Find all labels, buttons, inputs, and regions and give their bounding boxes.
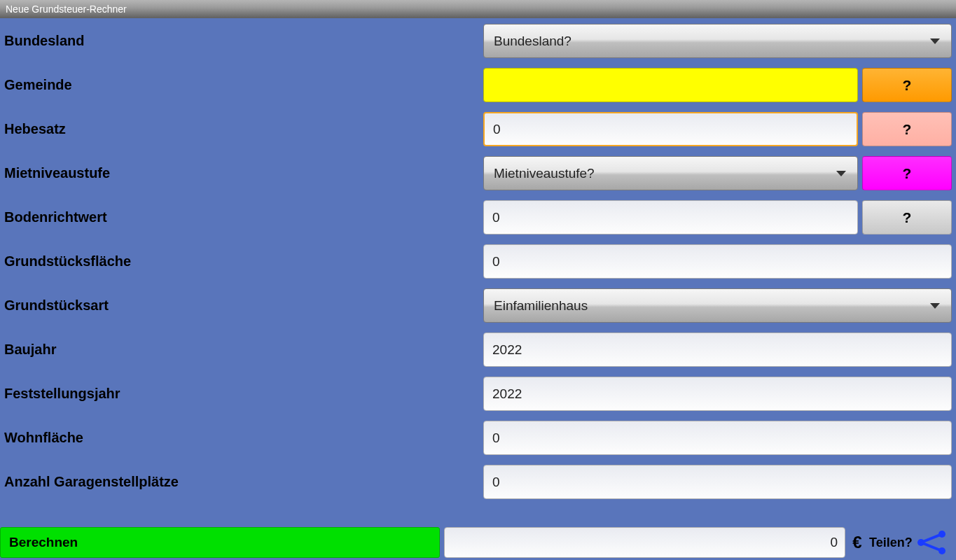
row-boden: Bodenrichtwert 0 ? bbox=[0, 200, 952, 234]
chevron-down-icon bbox=[836, 171, 846, 176]
input-garagen[interactable]: 0 bbox=[483, 465, 952, 499]
row-art: Grundstücksart Einfamilienhaus bbox=[0, 288, 952, 323]
select-art-value: Einfamilienhaus bbox=[494, 298, 588, 314]
input-flaeche[interactable]: 0 bbox=[483, 244, 952, 279]
input-boden-value: 0 bbox=[492, 210, 500, 225]
calculate-button[interactable]: Berechnen bbox=[0, 527, 440, 558]
label-gemeinde: Gemeinde bbox=[0, 77, 483, 93]
titlebar: Neue Grundsteuer-Rechner bbox=[0, 0, 956, 18]
row-wohnflaeche: Wohnfläche 0 bbox=[0, 421, 952, 455]
input-baujahr[interactable]: 2022 bbox=[483, 332, 952, 367]
input-feststellung[interactable]: 2022 bbox=[483, 377, 952, 411]
row-garagen: Anzahl Garagenstellplätze 0 bbox=[0, 465, 952, 499]
input-feststellung-value: 2022 bbox=[492, 386, 522, 402]
help-icon: ? bbox=[903, 209, 912, 226]
input-hebesatz-value: 0 bbox=[493, 122, 501, 137]
chevron-down-icon bbox=[930, 303, 940, 309]
row-feststellung: Feststellungsjahr 2022 bbox=[0, 377, 952, 411]
select-art[interactable]: Einfamilienhaus bbox=[483, 288, 952, 323]
share-icon bbox=[915, 530, 948, 555]
input-gemeinde[interactable] bbox=[483, 68, 858, 102]
label-mietniveau: Mietniveaustufe bbox=[0, 165, 483, 181]
label-baujahr: Baujahr bbox=[0, 342, 483, 358]
input-hebesatz[interactable]: 0 bbox=[483, 112, 858, 146]
app-title: Neue Grundsteuer-Rechner bbox=[6, 4, 127, 15]
row-gemeinde: Gemeinde ? bbox=[0, 68, 952, 102]
label-bundesland: Bundesland bbox=[0, 33, 483, 49]
label-feststellung: Feststellungsjahr bbox=[0, 386, 483, 402]
input-flaeche-value: 0 bbox=[492, 254, 500, 270]
select-mietniveau-value: Mietniveaustufe? bbox=[494, 166, 595, 181]
help-hebesatz-button[interactable]: ? bbox=[862, 112, 952, 146]
row-baujahr: Baujahr 2022 bbox=[0, 332, 952, 367]
help-mietniveau-button[interactable]: ? bbox=[862, 156, 952, 190]
help-icon: ? bbox=[903, 121, 912, 138]
input-garagen-value: 0 bbox=[492, 475, 500, 490]
chevron-down-icon bbox=[930, 38, 940, 44]
row-mietniveau: Mietniveaustufe Mietniveaustufe? ? bbox=[0, 156, 952, 190]
label-art: Grundstücksart bbox=[0, 298, 483, 314]
row-flaeche: Grundstücksfläche 0 bbox=[0, 244, 952, 279]
result-output: 0 bbox=[444, 527, 845, 558]
label-wohnflaeche: Wohnfläche bbox=[0, 430, 483, 446]
select-bundesland-value: Bundesland? bbox=[494, 34, 571, 49]
row-hebesatz: Hebesatz 0 ? bbox=[0, 112, 952, 146]
share-button[interactable]: Teilen? bbox=[869, 527, 953, 558]
select-bundesland[interactable]: Bundesland? bbox=[483, 24, 952, 58]
calculate-label: Berechnen bbox=[9, 535, 78, 550]
help-icon: ? bbox=[903, 77, 912, 94]
label-hebesatz: Hebesatz bbox=[0, 121, 483, 137]
input-wohnflaeche[interactable]: 0 bbox=[483, 421, 952, 455]
bottombar: Berechnen 0 € Teilen? bbox=[0, 525, 956, 560]
row-bundesland: Bundesland Bundesland? bbox=[0, 24, 952, 58]
euro-symbol: € bbox=[850, 527, 865, 558]
result-value: 0 bbox=[830, 535, 838, 550]
select-mietniveau[interactable]: Mietniveaustufe? bbox=[483, 156, 858, 190]
help-icon: ? bbox=[903, 165, 912, 182]
label-garagen: Anzahl Garagenstellplätze bbox=[0, 474, 483, 490]
svg-line-3 bbox=[921, 534, 942, 542]
label-flaeche: Grundstücksfläche bbox=[0, 253, 483, 270]
svg-line-4 bbox=[921, 542, 942, 551]
input-boden[interactable]: 0 bbox=[483, 200, 858, 234]
share-label: Teilen? bbox=[869, 536, 913, 550]
input-wohnflaeche-value: 0 bbox=[492, 430, 500, 446]
help-boden-button[interactable]: ? bbox=[862, 200, 952, 234]
input-baujahr-value: 2022 bbox=[492, 342, 522, 358]
help-gemeinde-button[interactable]: ? bbox=[862, 68, 952, 102]
form: Bundesland Bundesland? Gemeinde ? Hebesa… bbox=[0, 18, 956, 525]
label-boden: Bodenrichtwert bbox=[0, 209, 483, 225]
